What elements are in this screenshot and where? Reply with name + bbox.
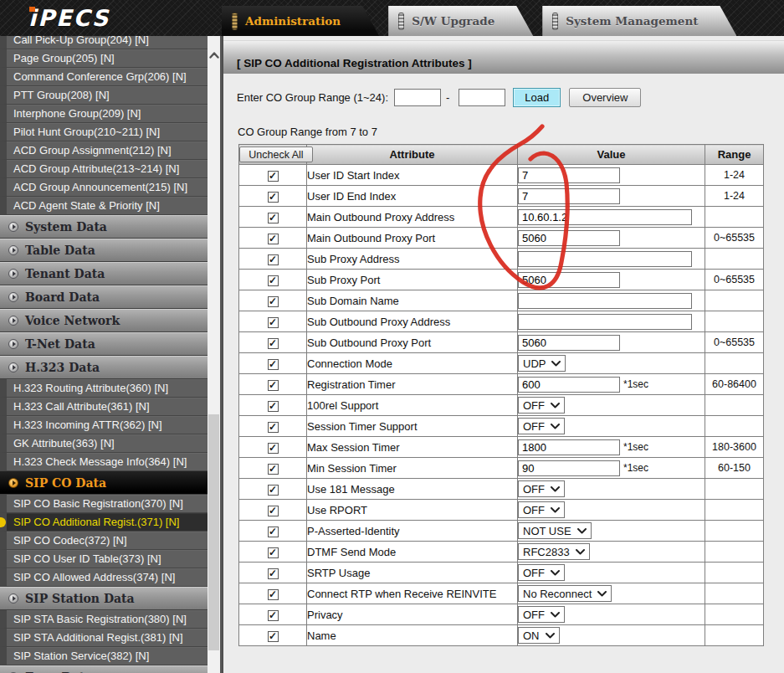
sidebar-item-acd-group-attribute-213-214-n[interactable]: ACD Group Attribute(213~214) [N] [0, 160, 208, 178]
scroll-up-button[interactable] [208, 48, 220, 63]
row-checkbox[interactable]: ✓ [268, 422, 279, 433]
value-input[interactable] [518, 293, 692, 309]
sidebar-item-call-pick-up-group-204-n[interactable]: Call Pick-Up Group(204) [N] [0, 36, 208, 49]
co-group-range-start-input[interactable] [394, 89, 441, 106]
value-input[interactable] [518, 167, 620, 183]
value-select[interactable]: OFF [518, 480, 565, 497]
sidebar-section-t-net-data[interactable]: T-Net Data [0, 332, 208, 356]
sidebar-item-interphone-group-209-n[interactable]: Interphone Group(209) [N] [0, 105, 208, 123]
attribute-label: Sub Outbound Proxy Port [307, 332, 518, 353]
uncheck-all-button[interactable]: Uncheck All [239, 146, 313, 162]
value-input[interactable] [518, 314, 692, 330]
row-checkbox[interactable]: ✓ [268, 338, 279, 349]
attribute-label: Connect RTP when Receive REINVITE [307, 583, 518, 604]
value-select[interactable]: OFF [518, 397, 565, 414]
value-input[interactable] [518, 209, 692, 225]
sidebar-section-h-323-data[interactable]: H.323 Data [0, 356, 208, 379]
row-checkbox[interactable]: ✓ [268, 192, 279, 203]
sidebar-section-sip-station-data[interactable]: SIP Station Data [0, 587, 208, 610]
sidebar-item-sip-sta-basic-registration-380-n[interactable]: SIP STA Basic Registration(380) [N] [0, 610, 208, 629]
sidebar-label: SIP CO User ID Table(373) [N] [13, 552, 161, 565]
value-select[interactable]: No Reconnect [518, 585, 612, 602]
value-select[interactable]: OFF [518, 606, 565, 623]
sidebar-item-h-323-incoming-attr-362-n[interactable]: H.323 Incoming ATTR(362) [N] [0, 416, 208, 434]
row-checkbox[interactable]: ✓ [268, 547, 279, 558]
value-select[interactable]: UDP [518, 355, 566, 372]
sidebar-section-table-data[interactable]: Table Data [0, 239, 208, 262]
overview-button[interactable]: Overview [569, 88, 641, 107]
dropdown-chevron-icon [551, 612, 560, 618]
sidebar-item-ptt-group-208-n[interactable]: PTT Group(208) [N] [0, 86, 208, 105]
range-label [705, 542, 764, 563]
value-input[interactable] [518, 377, 620, 393]
row-checkbox[interactable]: ✓ [268, 610, 279, 621]
sidebar-section-zone-data[interactable]: Zone Data [0, 665, 208, 673]
value-input[interactable] [518, 335, 620, 351]
sidebar-item-h-323-call-attribute-361-n[interactable]: H.323 Call Attribute(361) [N] [0, 398, 208, 416]
sidebar-item-h-323-routing-attribute-360-n[interactable]: H.323 Routing Attribute(360) [N] [0, 379, 208, 398]
sidebar-scrollbar[interactable] [208, 36, 220, 673]
row-checkbox[interactable]: ✓ [268, 443, 279, 454]
value-select[interactable]: OFF [518, 418, 565, 434]
value-input[interactable] [518, 251, 692, 267]
sidebar-item-h-323-check-message-info-364-n[interactable]: H.323 Check Message Info(364) [N] [0, 453, 208, 471]
sidebar-item-sip-co-user-id-table-373-n[interactable]: SIP CO User ID Table(373) [N] [0, 550, 208, 568]
row-checkbox[interactable]: ✓ [268, 317, 279, 328]
sidebar-section-board-data[interactable]: Board Data [0, 285, 208, 309]
row-checkbox[interactable]: ✓ [268, 401, 279, 412]
sidebar-item-sip-co-codec-372-n[interactable]: SIP CO Codec(372) [N] [0, 532, 208, 550]
tab-system-management[interactable]: System Management [542, 6, 736, 36]
sidebar-item-page-group-205-n[interactable]: Page Group(205) [N] [0, 49, 208, 68]
row-checkbox[interactable]: ✓ [268, 527, 279, 537]
tab-administration[interactable]: Administration [222, 6, 379, 36]
sidebar-item-sip-co-additional-regist-371-n[interactable]: SIP CO Additional Regist.(371) [N] [0, 513, 208, 532]
row-checkbox[interactable]: ✓ [268, 234, 279, 244]
sidebar-section-tenant-data[interactable]: Tenant Data [0, 262, 208, 285]
sidebar-item-acd-agent-state-priority-n[interactable]: ACD Agent State & Priority [N] [0, 197, 208, 215]
value-select[interactable]: ON [518, 627, 560, 644]
value-select[interactable]: OFF [518, 501, 565, 518]
dropdown-chevron-icon [546, 633, 555, 639]
load-button[interactable]: Load [513, 88, 561, 107]
value-input[interactable] [518, 460, 620, 476]
row-checkbox[interactable]: ✓ [268, 213, 279, 223]
sidebar-item-sip-co-basic-registration-370-n[interactable]: SIP CO Basic Registration(370) [N] [0, 495, 208, 513]
value-select[interactable]: RFC2833 [518, 543, 590, 560]
sidebar-item-command-conference-grp-206-n[interactable]: Command Conference Grp(206) [N] [0, 68, 208, 86]
sidebar-section-system-data[interactable]: System Data [0, 215, 208, 239]
value-input[interactable] [518, 188, 620, 204]
value-input[interactable] [518, 230, 620, 246]
row-checkbox[interactable]: ✓ [268, 359, 279, 370]
sidebar-item-sip-co-allowed-address-374-n[interactable]: SIP CO Allowed Address(374) [N] [0, 568, 208, 587]
tab-s-w-upgrade[interactable]: S/W Upgrade [388, 6, 533, 36]
scrollbar-thumb[interactable] [208, 414, 219, 650]
value-input[interactable] [518, 272, 620, 288]
sidebar-label: SIP STA Additional Regist.(381) [N] [13, 631, 183, 644]
row-checkbox[interactable]: ✓ [268, 380, 279, 391]
sidebar-item-sip-sta-additional-regist-381-n[interactable]: SIP STA Additional Regist.(381) [N] [0, 629, 208, 647]
sidebar-item-pilot-hunt-group-210-211-n[interactable]: Pilot Hunt Group(210~211) [N] [0, 123, 208, 141]
value-input[interactable] [518, 439, 620, 455]
row-checkbox[interactable]: ✓ [268, 589, 279, 600]
sidebar-item-acd-group-assignment-212-n[interactable]: ACD Group Assignment(212) [N] [0, 141, 208, 160]
sidebar-item-gk-attribute-363-n[interactable]: GK Attribute(363) [N] [0, 434, 208, 453]
row-checkbox[interactable]: ✓ [268, 464, 279, 475]
co-group-range-end-input[interactable] [459, 89, 505, 106]
value-select[interactable]: NOT USE [518, 522, 592, 539]
sidebar-label: Tenant Data [25, 267, 105, 280]
sidebar-item-sip-station-service-382-n[interactable]: SIP Station Service(382) [N] [0, 647, 208, 665]
sidebar-section-sip-co-data[interactable]: SIP CO Data [0, 471, 208, 495]
value-select[interactable]: OFF [518, 564, 565, 581]
row-checkbox[interactable]: ✓ [268, 506, 279, 516]
row-checkbox[interactable]: ✓ [268, 631, 279, 642]
sidebar-label: Page Group(205) [N] [13, 52, 115, 64]
sidebar-item-acd-group-announcement-215-n[interactable]: ACD Group Announcement(215) [N] [0, 178, 208, 197]
row-checkbox[interactable]: ✓ [268, 296, 279, 307]
sidebar-section-voice-network[interactable]: Voice Network [0, 309, 208, 332]
row-checkbox[interactable]: ✓ [268, 275, 279, 286]
table-row-sub-proxy-address: ✓Sub Proxy Address [239, 249, 764, 270]
row-checkbox[interactable]: ✓ [268, 568, 279, 579]
row-checkbox[interactable]: ✓ [268, 485, 279, 496]
row-checkbox[interactable]: ✓ [268, 171, 279, 182]
row-checkbox[interactable]: ✓ [268, 254, 279, 265]
